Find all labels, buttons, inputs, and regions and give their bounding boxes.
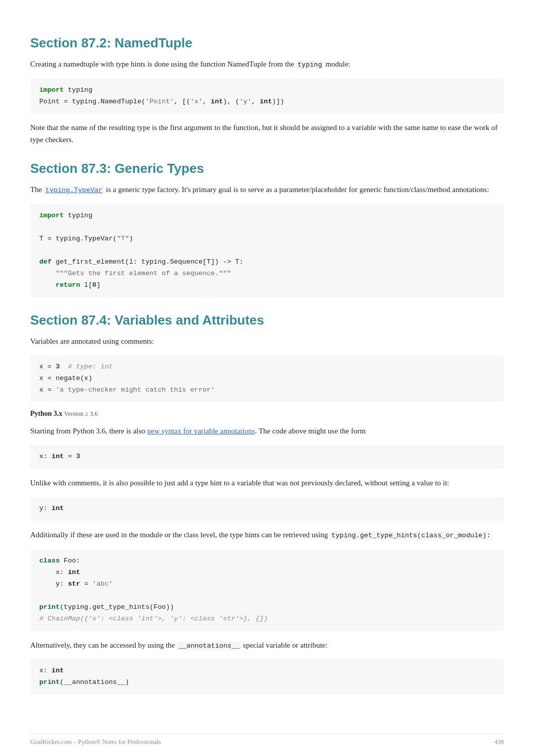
footer-left: GoalKicker.com – Python® Notes for Profe… <box>30 738 161 746</box>
version-note: Python 3.x Version ≥ 3.6 <box>30 410 504 418</box>
typing-typevar-code: typing.TypeVar <box>44 186 104 195</box>
section-87-3-heading: Section 87.3: Generic Types <box>30 161 504 176</box>
starting-text-1: Starting from Python 3.6, there is also <box>30 427 147 435</box>
section-87-3-intro: The typing.TypeVar is a generic type fac… <box>30 183 504 196</box>
intro-text-end: module: <box>323 60 350 68</box>
intro-text-1: Creating a namedtuple with type hints is… <box>30 60 296 68</box>
section-87-4-heading: Section 87.4: Variables and Attributes <box>30 312 504 328</box>
version-text: Version ≥ 3.6 <box>64 410 98 417</box>
typing-inline: typing <box>296 60 324 69</box>
get-type-hints-inline: typing.get_type_hints(class_or_module): <box>330 531 492 540</box>
additionally-text-1: Additionally if these are used in the mo… <box>30 531 330 539</box>
intro-87-3-text1: The <box>30 185 44 194</box>
code-block-87-4e: x: int print(__annotations__) <box>30 659 504 695</box>
section-87-2-intro: Creating a namedtuple with type hints is… <box>30 58 504 71</box>
intro-87-3-text2: is a generic type factory. It's primary … <box>104 185 489 194</box>
code-block-87-4a: x = 3 # type: int x = negate(x) x = 'a t… <box>30 355 504 402</box>
code-block-87-4b: x: int = 3 <box>30 445 504 469</box>
alternatively-text-1: Alternatively, they can be accessed by u… <box>30 641 177 649</box>
code-block-87-4c: y: int <box>30 497 504 521</box>
section-87-2-heading: Section 87.2: NamedTuple <box>30 35 504 51</box>
alternatively-text-2: special variable or attribute: <box>241 641 328 649</box>
section-87-2-note: Note that the name of the resulting type… <box>30 121 504 146</box>
page-footer: GoalKicker.com – Python® Notes for Profe… <box>30 734 504 746</box>
code-block-87-4d: class Foo: x: int y: str = 'abc' print(t… <box>30 549 504 631</box>
typing-typevar-link[interactable]: typing.TypeVar <box>44 185 104 194</box>
starting-text-end: . The code above might use the form <box>255 427 366 435</box>
code-block-87-3: import typing T = typing.TypeVar("T") de… <box>30 204 504 297</box>
section-87-4-intro: Variables are annotated using comments: <box>30 335 504 347</box>
alternatively-text: Alternatively, they can be accessed by u… <box>30 639 504 652</box>
new-syntax-link[interactable]: new syntax for variable annotations <box>147 427 255 435</box>
starting-from-text: Starting from Python 3.6, there is also … <box>30 425 504 437</box>
additionally-text: Additionally if these are used in the mo… <box>30 529 504 541</box>
code-block-87-2: import typing Point = typing.NamedTuple(… <box>30 79 504 114</box>
footer-right: 438 <box>494 738 504 746</box>
annotations-inline: __annotations__ <box>177 642 241 650</box>
unlike-text: Unlike with comments, it is also possibl… <box>30 477 504 489</box>
python-version-bold: Python 3.x <box>30 410 62 417</box>
